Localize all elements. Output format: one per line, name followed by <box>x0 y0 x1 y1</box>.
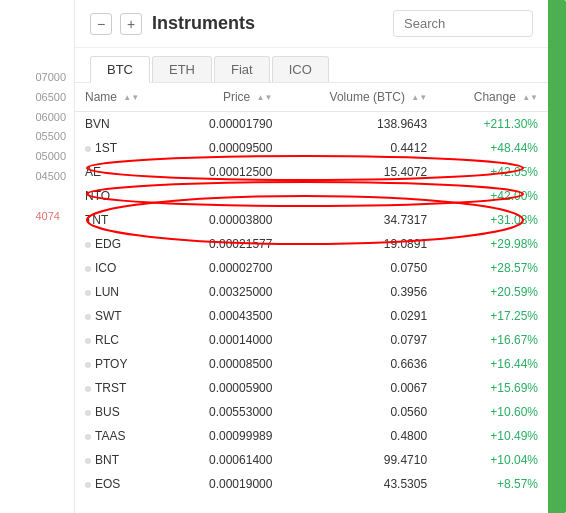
sort-volume-icon[interactable]: ▲▼ <box>411 94 427 102</box>
right-action-bar[interactable] <box>548 0 566 513</box>
cell-volume: 0.4800 <box>282 424 437 448</box>
cell-name: PTOY <box>75 352 173 376</box>
tab-eth[interactable]: ETH <box>152 56 212 82</box>
row-dot <box>85 482 91 488</box>
cell-name: EOS <box>75 472 173 496</box>
cell-change: +17.25% <box>437 304 548 328</box>
col-price: Price ▲▼ <box>173 83 283 112</box>
instruments-table: Name ▲▼ Price ▲▼ Volume (BTC) ▲▼ Change … <box>75 83 548 496</box>
table-row: NTO+42.00% <box>75 184 548 208</box>
cell-change: +29.98% <box>437 232 548 256</box>
cell-volume: 0.0067 <box>282 376 437 400</box>
cell-name: LUN <box>75 280 173 304</box>
table-row: BNT0.0006140099.4710+10.04% <box>75 448 548 472</box>
cell-change: +20.59% <box>437 280 548 304</box>
cell-price: 0.00012500 <box>173 160 283 184</box>
row-dot <box>85 338 91 344</box>
cell-price: 0.00005900 <box>173 376 283 400</box>
cell-volume: 34.7317 <box>282 208 437 232</box>
header-controls: − + <box>90 13 142 35</box>
cell-change: +42.00% <box>437 184 548 208</box>
collapse-button[interactable]: − <box>90 13 112 35</box>
tab-ico[interactable]: ICO <box>272 56 329 82</box>
cell-name: BNT <box>75 448 173 472</box>
cell-volume: 0.3956 <box>282 280 437 304</box>
col-name: Name ▲▼ <box>75 83 173 112</box>
search-input[interactable] <box>393 10 533 37</box>
cell-name: TNT <box>75 208 173 232</box>
cell-change: +48.44% <box>437 136 548 160</box>
cell-name: EDG <box>75 232 173 256</box>
row-dot <box>85 362 91 368</box>
row-dot <box>85 434 91 440</box>
cell-change: +211.30% <box>437 112 548 137</box>
table-row: EOS0.0001900043.5305+8.57% <box>75 472 548 496</box>
table-row: TRST0.000059000.0067+15.69% <box>75 376 548 400</box>
cell-name: BUS <box>75 400 173 424</box>
cell-volume: 15.4072 <box>282 160 437 184</box>
cell-price: 0.00325000 <box>173 280 283 304</box>
cell-change: +8.57% <box>437 472 548 496</box>
cell-name: SWT <box>75 304 173 328</box>
table-row: BVN0.00001790138.9643+211.30% <box>75 112 548 137</box>
cell-change: +16.44% <box>437 352 548 376</box>
page-title: Instruments <box>152 13 383 34</box>
cell-change: +10.60% <box>437 400 548 424</box>
cell-price: 0.00043500 <box>173 304 283 328</box>
row-dot <box>85 146 91 152</box>
row-dot <box>85 410 91 416</box>
tab-bar: BTC ETH Fiat ICO <box>75 48 548 83</box>
sort-change-icon[interactable]: ▲▼ <box>522 94 538 102</box>
cell-name: TAAS <box>75 424 173 448</box>
cell-change: +28.57% <box>437 256 548 280</box>
cell-volume: 43.5305 <box>282 472 437 496</box>
sort-name-icon[interactable]: ▲▼ <box>123 94 139 102</box>
price-labels: 07000 06500 06000 05500 05000 04500 4074 <box>35 40 74 227</box>
expand-button[interactable]: + <box>120 13 142 35</box>
cell-volume: 0.4412 <box>282 136 437 160</box>
cell-volume: 99.4710 <box>282 448 437 472</box>
row-dot <box>85 458 91 464</box>
main-panel: − + Instruments BTC ETH Fiat ICO Name ▲▼ <box>75 0 548 513</box>
sort-price-icon[interactable]: ▲▼ <box>257 94 273 102</box>
table-row: EDG0.0002157719.0891+29.98% <box>75 232 548 256</box>
cell-change: +16.67% <box>437 328 548 352</box>
cell-volume <box>282 184 437 208</box>
cell-price: 0.00061400 <box>173 448 283 472</box>
table-row: ICO0.000027000.0750+28.57% <box>75 256 548 280</box>
cell-price: 0.00553000 <box>173 400 283 424</box>
cell-change: +10.49% <box>437 424 548 448</box>
cell-volume: 0.0560 <box>282 400 437 424</box>
table-row: SWT0.000435000.0291+17.25% <box>75 304 548 328</box>
cell-name: AE <box>75 160 173 184</box>
cell-price: 0.00014000 <box>173 328 283 352</box>
cell-volume: 0.0750 <box>282 256 437 280</box>
row-dot <box>85 242 91 248</box>
tab-btc[interactable]: BTC <box>90 56 150 83</box>
cell-name: RLC <box>75 328 173 352</box>
cell-price: 0.00001790 <box>173 112 283 137</box>
row-dot <box>85 386 91 392</box>
cell-volume: 0.0797 <box>282 328 437 352</box>
cell-price: 0.00019000 <box>173 472 283 496</box>
cell-price: 0.00003800 <box>173 208 283 232</box>
cell-volume: 0.6636 <box>282 352 437 376</box>
table-row: BUS0.005530000.0560+10.60% <box>75 400 548 424</box>
cell-price: 0.00009500 <box>173 136 283 160</box>
cell-price: 0.00099989 <box>173 424 283 448</box>
cell-name: ICO <box>75 256 173 280</box>
row-dot <box>85 290 91 296</box>
table-row: TAAS0.000999890.4800+10.49% <box>75 424 548 448</box>
cell-price: 0.00002700 <box>173 256 283 280</box>
cell-volume: 138.9643 <box>282 112 437 137</box>
cell-name: TRST <box>75 376 173 400</box>
cell-price: 0.00008500 <box>173 352 283 376</box>
table-row: LUN0.003250000.3956+20.59% <box>75 280 548 304</box>
tab-fiat[interactable]: Fiat <box>214 56 270 82</box>
cell-name: 1ST <box>75 136 173 160</box>
cell-price <box>173 184 283 208</box>
cell-volume: 19.0891 <box>282 232 437 256</box>
cell-name: NTO <box>75 184 173 208</box>
cell-change: +10.04% <box>437 448 548 472</box>
col-change: Change ▲▼ <box>437 83 548 112</box>
